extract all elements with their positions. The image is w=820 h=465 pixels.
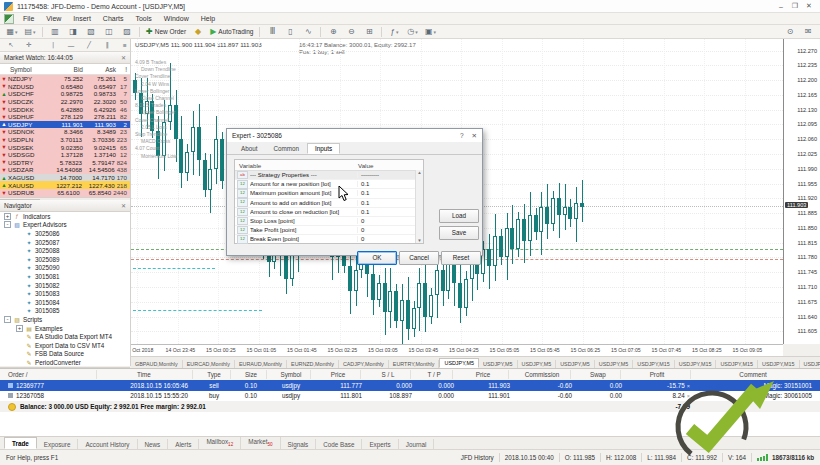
close-icon[interactable]: ✕ [121, 54, 126, 61]
chart-tab[interactable]: USDJPY,M5 [479, 360, 518, 368]
collapse-icon[interactable]: - [4, 316, 11, 323]
expand-icon[interactable]: + [16, 325, 23, 332]
chart-tab[interactable]: USDJPY,M5 [518, 360, 557, 368]
minimize-button[interactable]: – [774, 3, 788, 10]
market-watch-row[interactable]: ▼USDSGD1.371281.3714012 [0, 151, 130, 159]
input-parameter-row[interactable]: 12Amount to add on addition [lot]0.1 [235, 199, 423, 208]
chart-tab[interactable]: USDJPY,M5 [595, 360, 634, 368]
navigator-item[interactable]: ✎Export Data to CSV MT4 [0, 341, 130, 350]
navigator-item[interactable]: ✦3025090 [0, 264, 130, 273]
market-watch-row[interactable]: ▼USDDKK6.428806.4292646 [0, 105, 130, 113]
navigator-item[interactable]: ✦3025087 [0, 238, 130, 247]
navigator-item[interactable]: -▧Expert Advisors [0, 221, 130, 230]
chart-tab[interactable]: EURNZD,Monthly [287, 360, 339, 368]
terminal-col-size[interactable]: Size [234, 371, 268, 378]
zoom-in-icon[interactable]: ⊕ [325, 25, 341, 38]
menu-item-file[interactable]: File [17, 15, 40, 22]
market-watch-col-bid[interactable]: Bid [50, 66, 83, 73]
parameter-value[interactable]: 0 [357, 218, 423, 224]
market-watch-row[interactable]: ▼USDCZK22.297022.302050 [0, 98, 130, 106]
profiles-icon[interactable]: ▤▾ [22, 25, 38, 38]
chart-tab[interactable]: EURAUD,Monthly [235, 360, 287, 368]
reset-button[interactable]: Reset [441, 251, 481, 265]
ok-button[interactable]: OK [357, 251, 397, 265]
chart-tab[interactable]: USDJPY,M15 [758, 360, 800, 368]
menu-item-window[interactable]: Window [158, 15, 195, 22]
vertical-line-icon[interactable]: ∣ [45, 39, 61, 52]
menu-item-charts[interactable]: Charts [97, 15, 130, 22]
parameter-value[interactable]: 0.1 [357, 200, 423, 206]
restore-button[interactable]: ❐ [788, 2, 802, 10]
market-watch-row[interactable]: ▲XAGUSD14.700014.7170170 [0, 174, 130, 182]
navigator-item[interactable]: +▤Examples [0, 324, 130, 333]
strategy-tester-icon[interactable]: ▨ [119, 25, 135, 38]
cancel-button[interactable]: Cancel [399, 251, 439, 265]
terminal-col-order[interactable]: Order / [8, 371, 108, 378]
input-parameter-row[interactable]: 12Amount to close on reduction [lot]0.1 [235, 208, 423, 217]
market-watch-row[interactable]: ▼NZDJPY75.25275.2615 [0, 75, 130, 83]
trendline-icon[interactable]: ╱ [81, 39, 97, 52]
close-icon[interactable]: ✕ [121, 202, 126, 209]
load-button[interactable]: Load [439, 209, 479, 223]
dialog-tab-about[interactable]: About [233, 143, 265, 154]
zoom-out-icon[interactable]: ⊖ [343, 25, 359, 38]
input-parameter-row[interactable]: 12Maximum position amount [lot]0.1 [235, 189, 423, 198]
input-parameter-row[interactable]: ab--- Strategy Properties ------------ [235, 171, 423, 180]
help-icon[interactable]: ? [460, 132, 464, 139]
periods-icon[interactable]: ◷▾ [404, 25, 420, 38]
parameter-value[interactable]: 0.1 [357, 190, 423, 196]
navigator-item[interactable]: -▨Scripts [0, 315, 130, 324]
terminal-col-sl[interactable]: S / L [364, 371, 412, 378]
parameter-value[interactable]: 0 [357, 236, 423, 242]
market-watch-col-symbol[interactable]: Symbol [0, 66, 50, 73]
terminal-tab-experts[interactable]: Experts [362, 439, 398, 449]
market-watch-row[interactable]: ▼USDSEK9.023509.0241565 [0, 143, 130, 151]
terminal-col-price2[interactable]: Price [456, 371, 510, 378]
market-watch-row[interactable]: ▼USDPLN3.701133.70336223 [0, 136, 130, 144]
market-watch-col-[interactable]: ! [116, 66, 130, 73]
search-icon[interactable]: ⊙ [782, 25, 798, 38]
autotrading-button[interactable]: ▶AutoTrading [208, 25, 255, 38]
navigator-item[interactable]: ✦3025089 [0, 255, 130, 264]
navigator-item[interactable]: ✦3015085 [0, 307, 130, 316]
menu-item-insert[interactable]: Insert [67, 15, 97, 22]
terminal-tab-news[interactable]: News [138, 439, 169, 449]
menu-item-help[interactable]: Help [195, 15, 221, 22]
market-watch-row[interactable]: ▼USDRUB65.610065.85402440 [0, 189, 130, 197]
chart-tab[interactable]: USDJPY,M15 [633, 360, 675, 368]
collapse-icon[interactable]: - [4, 221, 11, 228]
terminal-tab-signals[interactable]: Signals [281, 439, 317, 449]
market-watch-col-ask[interactable]: Ask [83, 66, 116, 73]
terminal-col-comment[interactable]: Comment [694, 371, 812, 378]
parameter-value[interactable]: 0.1 [357, 181, 423, 187]
navigator-icon[interactable]: ▧ [83, 25, 99, 38]
chart-tab[interactable]: EURTRY,Monthly [389, 360, 440, 368]
input-parameter-row[interactable]: 12Amount for a new position [lot]0.1 [235, 180, 423, 189]
navigator-item[interactable]: ✦3015084 [0, 298, 130, 307]
market-watch-row[interactable]: ▼USDZAR14.5406814.54506438 [0, 166, 130, 174]
chart-tab[interactable]: EURCAD,Monthly [183, 360, 235, 368]
parameter-value[interactable]: --------- [357, 172, 423, 178]
navigator-item[interactable]: ✦3015082 [0, 281, 130, 290]
chart-tab[interactable]: USDJPY,M5 [439, 358, 479, 368]
new-order-button[interactable]: ✚New Order [144, 25, 188, 38]
candle-chart-icon[interactable]: ▯ [282, 25, 298, 38]
bar-chart-icon[interactable]: Ⅲ [264, 25, 280, 38]
market-watch-row[interactable]: ▼USDTRY5.783235.79147824 [0, 159, 130, 167]
navigator-item[interactable]: ✎FSB Data Source [0, 350, 130, 359]
navigator-item[interactable]: ✦3025086 [0, 229, 130, 238]
chart-window-icon[interactable] [4, 14, 14, 24]
navigator-item[interactable]: ✦3025088 [0, 246, 130, 255]
terminal-tab-journal[interactable]: Journal [399, 439, 435, 449]
new-chart-icon[interactable]: ▦▾ [4, 25, 20, 38]
scrollbar[interactable]: ▲▼ [415, 170, 423, 243]
terminal-col-type[interactable]: Type [196, 371, 232, 378]
input-parameter-row[interactable]: 12Break Even [point]0 [235, 235, 423, 244]
terminal-tab-exposure[interactable]: Exposure [37, 439, 79, 449]
parameter-value[interactable]: 0 [357, 227, 423, 233]
dialog-close-icon[interactable]: ✕ [472, 132, 477, 140]
cursor-icon[interactable]: ↖ [3, 39, 19, 52]
chart-tab[interactable]: USDJPY,M15 [800, 360, 820, 368]
terminal-col-time[interactable]: Time [100, 371, 188, 378]
inputs-col-variable[interactable]: Variable [235, 162, 354, 169]
